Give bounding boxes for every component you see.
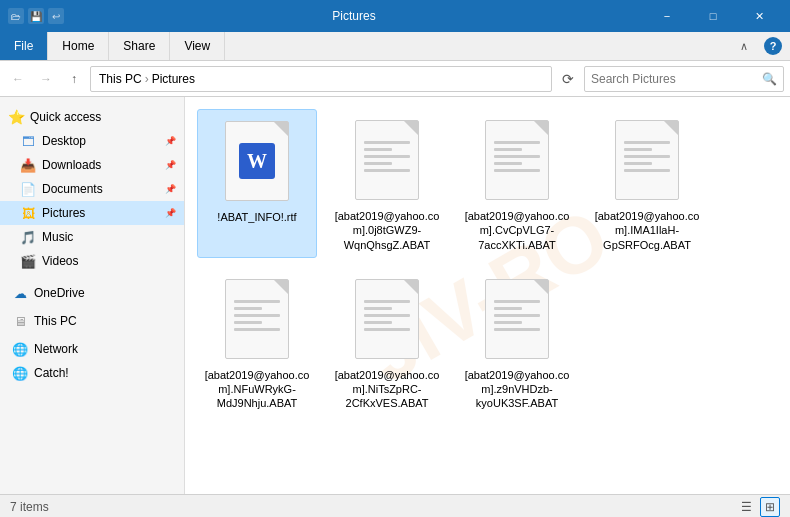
file-name: [abat2019@yahoo.com].NiTsZpRC-2CfKxVES.A…	[332, 368, 442, 411]
address-path[interactable]: This PC › Pictures	[90, 66, 552, 92]
content-area: JiV-RO W!ABAT_INFO!.rtf[abat2019@yahoo.c…	[185, 97, 790, 494]
downloads-icon: 📥	[20, 157, 36, 173]
sidebar-item-documents[interactable]: 📄 Documents 📌	[0, 177, 184, 201]
file-item[interactable]: [abat2019@yahoo.com].CvCpVLG7-7accXKTi.A…	[457, 109, 577, 258]
catch-icon: 🌐	[12, 365, 28, 381]
videos-label: Videos	[42, 254, 78, 268]
file-name: [abat2019@yahoo.com].z9nVHDzb-kyoUK3SF.A…	[462, 368, 572, 411]
desktop-icon: 🗔	[20, 133, 36, 149]
thispc-icon: 🖥	[12, 313, 28, 329]
network-icon: 🌐	[12, 341, 28, 357]
music-label: Music	[42, 230, 73, 244]
sidebar-item-catch[interactable]: 🌐 Catch!	[0, 361, 184, 385]
pin-icon-desktop: 📌	[165, 136, 176, 146]
sidebar-item-music[interactable]: 🎵 Music	[0, 225, 184, 249]
folder-icon: 🗁	[8, 8, 24, 24]
quick-access-icon: ⭐	[8, 109, 24, 125]
list-view-button[interactable]: ☰	[736, 497, 756, 517]
sidebar-item-thispc[interactable]: 🖥 This PC	[0, 309, 184, 333]
view-icons: ☰ ⊞	[736, 497, 780, 517]
generic-file-icon	[485, 120, 549, 200]
title-bar-icons: 🗁 💾 ↩	[8, 8, 64, 24]
file-item[interactable]: [abat2019@yahoo.com].z9nVHDzb-kyoUK3SF.A…	[457, 268, 577, 417]
file-name: !ABAT_INFO!.rtf	[217, 210, 296, 224]
grid-view-button[interactable]: ⊞	[760, 497, 780, 517]
file-icon-wrapper	[607, 115, 687, 205]
file-name: [abat2019@yahoo.com].NFuWRykG-MdJ9Nhju.A…	[202, 368, 312, 411]
minimize-button[interactable]: −	[644, 0, 690, 32]
up-button[interactable]: ↑	[62, 67, 86, 91]
sidebar-item-onedrive[interactable]: ☁ OneDrive	[0, 281, 184, 305]
file-item[interactable]: [abat2019@yahoo.com].IMA1IlaH-GpSRFOcg.A…	[587, 109, 707, 258]
network-label: Network	[34, 342, 78, 356]
generic-file-icon	[225, 279, 289, 359]
documents-icon: 📄	[20, 181, 36, 197]
ribbon-tabs: File Home Share View ∧ ?	[0, 32, 790, 60]
save-icon: 💾	[28, 8, 44, 24]
sidebar-item-quick-access[interactable]: ⭐ Quick access	[0, 105, 184, 129]
back-button[interactable]: ←	[6, 67, 30, 91]
file-icon-wrapper	[347, 274, 427, 364]
search-icon: 🔍	[762, 72, 777, 86]
forward-button[interactable]: →	[34, 67, 58, 91]
generic-file-icon	[615, 120, 679, 200]
sidebar-item-videos[interactable]: 🎬 Videos	[0, 249, 184, 273]
search-input[interactable]	[591, 72, 758, 86]
file-name: [abat2019@yahoo.com].CvCpVLG7-7accXKTi.A…	[462, 209, 572, 252]
file-icon-wrapper	[477, 115, 557, 205]
music-icon: 🎵	[20, 229, 36, 245]
status-bar: 7 items ☰ ⊞	[0, 494, 790, 517]
file-item[interactable]: [abat2019@yahoo.com].NFuWRykG-MdJ9Nhju.A…	[197, 268, 317, 417]
pin-icon-pictures: 📌	[165, 208, 176, 218]
pictures-icon: 🖼	[20, 205, 36, 221]
documents-label: Documents	[42, 182, 103, 196]
file-icon-wrapper	[217, 274, 297, 364]
main-layout: ⭐ Quick access 🗔 Desktop 📌 📥 Downloads 📌…	[0, 97, 790, 494]
file-icon-wrapper: W	[217, 116, 297, 206]
file-item[interactable]: [abat2019@yahoo.com].NiTsZpRC-2CfKxVES.A…	[327, 268, 447, 417]
file-name: [abat2019@yahoo.com].0j8tGWZ9-WqnQhsgZ.A…	[332, 209, 442, 252]
file-name: [abat2019@yahoo.com].IMA1IlaH-GpSRFOcg.A…	[592, 209, 702, 252]
thispc-label: This PC	[34, 314, 77, 328]
window-title: Pictures	[64, 9, 644, 23]
tab-view[interactable]: View	[170, 32, 225, 60]
videos-icon: 🎬	[20, 253, 36, 269]
address-bar: ← → ↑ This PC › Pictures ⟳ 🔍	[0, 61, 790, 97]
ribbon-chevron[interactable]: ∧	[732, 32, 756, 60]
tab-home[interactable]: Home	[48, 32, 109, 60]
file-icon-wrapper	[347, 115, 427, 205]
catch-label: Catch!	[34, 366, 69, 380]
path-pictures: Pictures	[152, 72, 195, 86]
help-button[interactable]: ?	[756, 32, 790, 60]
word-file-icon: W	[225, 121, 289, 201]
search-box[interactable]: 🔍	[584, 66, 784, 92]
refresh-button[interactable]: ⟳	[556, 67, 580, 91]
onedrive-label: OneDrive	[34, 286, 85, 300]
quick-access-label: Quick access	[30, 110, 101, 124]
sidebar: ⭐ Quick access 🗔 Desktop 📌 📥 Downloads 📌…	[0, 97, 185, 494]
sidebar-item-network[interactable]: 🌐 Network	[0, 337, 184, 361]
help-circle-icon: ?	[764, 37, 782, 55]
tab-file[interactable]: File	[0, 32, 48, 60]
generic-file-icon	[355, 120, 419, 200]
tab-share[interactable]: Share	[109, 32, 170, 60]
file-item[interactable]: [abat2019@yahoo.com].0j8tGWZ9-WqnQhsgZ.A…	[327, 109, 447, 258]
pin-icon-documents: 📌	[165, 184, 176, 194]
generic-file-icon	[485, 279, 549, 359]
downloads-label: Downloads	[42, 158, 101, 172]
onedrive-icon: ☁	[12, 285, 28, 301]
generic-file-icon	[355, 279, 419, 359]
path-thispc: This PC	[99, 72, 142, 86]
close-button[interactable]: ✕	[736, 0, 782, 32]
file-item[interactable]: W!ABAT_INFO!.rtf	[197, 109, 317, 258]
title-bar: 🗁 💾 ↩ Pictures − □ ✕	[0, 0, 790, 32]
item-count: 7 items	[10, 500, 49, 514]
desktop-label: Desktop	[42, 134, 86, 148]
pictures-label: Pictures	[42, 206, 85, 220]
sidebar-item-downloads[interactable]: 📥 Downloads 📌	[0, 153, 184, 177]
path-sep: ›	[145, 72, 149, 86]
pin-icon-downloads: 📌	[165, 160, 176, 170]
sidebar-item-desktop[interactable]: 🗔 Desktop 📌	[0, 129, 184, 153]
maximize-button[interactable]: □	[690, 0, 736, 32]
sidebar-item-pictures[interactable]: 🖼 Pictures 📌	[0, 201, 184, 225]
